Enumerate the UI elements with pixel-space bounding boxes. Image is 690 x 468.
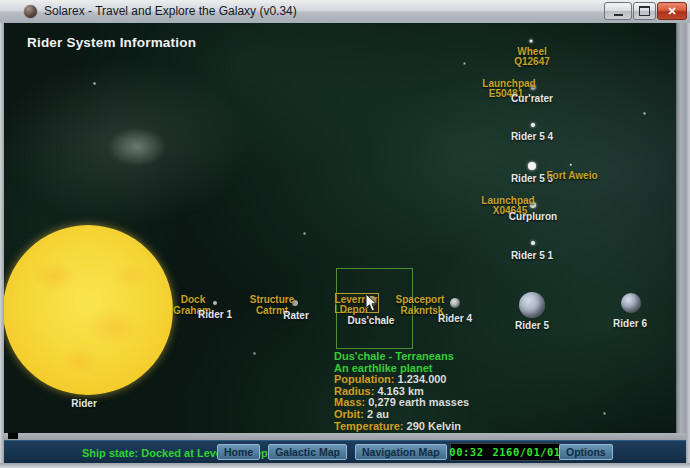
info-panel: Dus'chale - Terraneans An earthlike plan… xyxy=(334,351,469,432)
rider-5-label: Rider 5 xyxy=(515,320,549,331)
spaceport-raknrtsk-rider-4-planet[interactable] xyxy=(450,298,460,308)
wheel-q12647-label: Q12647 xyxy=(514,56,550,67)
minimize-icon xyxy=(614,11,623,16)
close-icon: ✕ xyxy=(667,5,676,18)
app-window: Solarex - Travel and Explore the Galaxy … xyxy=(0,0,690,468)
status-bar: Ship state: Docked at Leverrier Depot Ho… xyxy=(4,440,686,463)
minimize-button[interactable] xyxy=(604,2,632,20)
clock-date: 2160/01/01 xyxy=(492,446,560,458)
spaceport-raknrtsk-rider-4-label: Rider 4 xyxy=(438,313,472,324)
rider-5-4-dot[interactable] xyxy=(531,123,535,127)
structure-catrmt-label: Structure xyxy=(250,294,294,305)
spaceport-raknrtsk-rider-4-label: Raknrtsk xyxy=(401,305,444,316)
rider-5-1-dot[interactable] xyxy=(531,241,535,245)
rider-5-1-label: Rider 5 1 xyxy=(511,250,553,261)
dock-graham-dot[interactable] xyxy=(213,301,217,305)
home-button[interactable]: Home xyxy=(217,444,260,460)
rider-6-planet[interactable] xyxy=(621,293,641,313)
close-button[interactable]: ✕ xyxy=(657,2,687,20)
sun-label: Rider xyxy=(71,398,97,409)
page-title: Rider System Information xyxy=(27,35,196,50)
rider-5-4-label: Rider 5 4 xyxy=(511,131,553,142)
window-frame-right xyxy=(686,23,690,468)
galactic-map-button[interactable]: Galactic Map xyxy=(268,444,347,460)
dock-graham-label: Rider 1 xyxy=(198,309,232,320)
info-title: Dus'chale - Terraneans xyxy=(334,351,469,363)
launchpad-e50481-label: Cur'rater xyxy=(511,93,553,104)
navigation-map-button[interactable]: Navigation Map xyxy=(355,444,447,460)
structure-catrmt-label: Rater xyxy=(283,310,309,321)
titlebar[interactable]: Solarex - Travel and Explore the Galaxy … xyxy=(0,0,690,24)
rider-5-3-dot[interactable] xyxy=(528,162,536,170)
clock-time: 00:32 xyxy=(449,446,483,458)
sun-rider[interactable] xyxy=(4,225,173,395)
horizontal-scrollbar[interactable] xyxy=(4,433,686,440)
maximize-button[interactable] xyxy=(633,2,656,20)
rider-6-label: Rider 6 xyxy=(613,318,647,329)
clock-display: 00:32 2160/01/01 xyxy=(450,443,560,461)
scrollbar-corner xyxy=(8,433,18,439)
info-field: Temperature: 290 Kelvin xyxy=(334,421,469,433)
background-stars xyxy=(4,23,5,24)
leverrier-depot-duschale-label: Depot xyxy=(340,304,368,315)
system-map-view[interactable]: Rider System Information Rider WheelQ126… xyxy=(4,23,676,433)
fort-aweio-dot[interactable] xyxy=(570,164,572,166)
dock-graham-label: Dock xyxy=(181,294,205,305)
leverrier-depot-duschale-label: Dus'chale xyxy=(348,315,395,326)
window-title: Solarex - Travel and Explore the Galaxy … xyxy=(44,4,297,18)
maximize-icon xyxy=(639,6,650,16)
app-icon xyxy=(24,5,37,18)
mouse-cursor-icon xyxy=(365,293,378,312)
fort-aweio-label: Fort Aweio xyxy=(546,170,597,181)
window-controls: ✕ xyxy=(603,2,687,21)
launchpad-x04645-label: Curpluron xyxy=(509,211,557,222)
spaceport-raknrtsk-rider-4-label: Spaceport xyxy=(396,294,445,305)
options-button[interactable]: Options xyxy=(559,444,613,460)
rider-5-planet[interactable] xyxy=(519,292,545,318)
vertical-scrollbar[interactable] xyxy=(676,23,686,433)
wheel-q12647-dot[interactable] xyxy=(530,40,533,43)
